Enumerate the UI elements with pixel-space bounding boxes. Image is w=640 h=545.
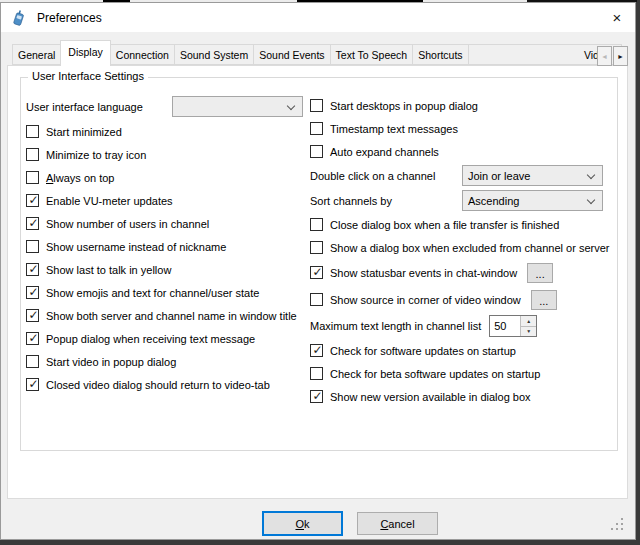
close-button[interactable]: × bbox=[602, 5, 632, 30]
label-rest: Check for beta software updates on start… bbox=[330, 368, 540, 380]
checkbox-row[interactable]: Enable VU-meter updates bbox=[26, 189, 308, 212]
right-checkbox-button-list: Show statusbar events in chat-window ...… bbox=[310, 259, 632, 313]
tab-label: Sound Events bbox=[259, 49, 324, 61]
checkbox-row[interactable]: Show new version available in dialog box bbox=[310, 385, 632, 408]
checkbox-row[interactable]: Start video in popup dialog bbox=[26, 350, 308, 373]
checkbox-row[interactable]: Show last to talk in yellow bbox=[26, 258, 308, 281]
checkbox[interactable] bbox=[26, 355, 39, 368]
tab-label: Shortcuts bbox=[418, 49, 462, 61]
tab[interactable]: Shortcuts bbox=[412, 44, 468, 65]
cancel-button[interactable]: Cancel bbox=[357, 512, 438, 535]
checkbox-row-with-button[interactable]: Show statusbar events in chat-window ... bbox=[310, 259, 632, 286]
checkbox[interactable] bbox=[310, 390, 323, 403]
close-icon: × bbox=[613, 9, 622, 26]
language-combobox[interactable] bbox=[172, 96, 303, 117]
arrow-right-icon: ► bbox=[617, 53, 624, 60]
checkbox[interactable] bbox=[26, 378, 39, 391]
checkbox[interactable] bbox=[26, 148, 39, 161]
checkbox-row[interactable]: Start minimized bbox=[26, 120, 308, 143]
checkbox[interactable] bbox=[310, 241, 323, 254]
checkbox[interactable] bbox=[26, 217, 39, 230]
checkbox-row[interactable]: Show number of users in channel bbox=[26, 212, 308, 235]
checkbox-row[interactable]: Always on top bbox=[26, 166, 308, 189]
checkbox-row[interactable]: Show username instead of nickname bbox=[26, 235, 308, 258]
ellipsis-button[interactable]: ... bbox=[527, 263, 553, 283]
cancel-button-label: Cancel bbox=[380, 518, 414, 530]
double-click-combobox[interactable]: Join or leave bbox=[462, 165, 603, 186]
checkbox[interactable] bbox=[310, 367, 323, 380]
checkbox[interactable] bbox=[310, 122, 323, 135]
tab-list: General Display Connection Sound System … bbox=[13, 40, 629, 65]
ok-label-mnemonic: O bbox=[295, 518, 304, 530]
max-text-length-value[interactable]: 50 bbox=[490, 316, 520, 336]
sort-channels-combobox[interactable]: Ascending bbox=[462, 190, 603, 211]
label-rest: Show username instead of nickname bbox=[46, 241, 226, 253]
spin-down-button[interactable]: ▼ bbox=[521, 327, 536, 337]
checkbox-row[interactable]: Show emojis and text for channel/user st… bbox=[26, 281, 308, 304]
checkbox[interactable] bbox=[26, 125, 39, 138]
checkbox[interactable] bbox=[310, 344, 323, 357]
label-rest: Show last to talk in yellow bbox=[46, 264, 171, 276]
tab[interactable]: Display bbox=[60, 40, 110, 66]
label-rest: Start video in popup dialog bbox=[46, 356, 176, 368]
checkbox[interactable] bbox=[310, 266, 323, 279]
tab[interactable]: Sound System bbox=[174, 44, 254, 65]
checkbox-label: Timestamp text messages bbox=[330, 123, 458, 135]
checkbox[interactable] bbox=[310, 293, 323, 306]
arrow-down-icon: ▼ bbox=[526, 328, 531, 334]
checkbox[interactable] bbox=[26, 263, 39, 276]
label-rest: Close dialog box when a file transfer is… bbox=[330, 219, 559, 231]
window-title: Preferences bbox=[37, 11, 102, 25]
tab[interactable]: Text To Speech bbox=[330, 44, 414, 65]
checkbox-row[interactable]: Check for beta software updates on start… bbox=[310, 362, 632, 385]
chevron-down-icon bbox=[587, 196, 595, 204]
checkbox-row-with-button[interactable]: Show source in corner of video window ..… bbox=[310, 286, 632, 313]
checkbox-label: Show emojis and text for channel/user st… bbox=[46, 287, 259, 299]
tab[interactable]: Connection bbox=[110, 44, 175, 65]
checkbox[interactable] bbox=[26, 286, 39, 299]
checkbox[interactable] bbox=[26, 171, 39, 184]
checkbox-row[interactable]: Start desktops in popup dialog bbox=[310, 94, 632, 117]
checkbox[interactable] bbox=[26, 309, 39, 322]
checkbox-label: Start desktops in popup dialog bbox=[330, 100, 478, 112]
max-text-length-label: Maximum text length in channel list bbox=[310, 320, 481, 332]
checkbox-label: Closed video dialog should return to vid… bbox=[46, 379, 270, 391]
checkbox-row[interactable]: Show a dialog box when excluded from cha… bbox=[310, 236, 632, 259]
label-rest: Timestamp text messages bbox=[330, 123, 458, 135]
checkbox[interactable] bbox=[310, 218, 323, 231]
preferences-dialog: Preferences × General Display Connection… bbox=[0, 2, 636, 540]
checkbox-row[interactable]: Popup dialog when receiving text message bbox=[26, 327, 308, 350]
cancel-label-rest: ancel bbox=[388, 518, 414, 530]
checkbox-label: Show username instead of nickname bbox=[46, 241, 226, 253]
checkbox-row[interactable]: Timestamp text messages bbox=[310, 117, 632, 140]
tab[interactable]: General bbox=[12, 44, 61, 65]
checkbox[interactable] bbox=[310, 145, 323, 158]
ellipsis-button[interactable]: ... bbox=[531, 290, 557, 310]
checkbox-label: Minimize to tray icon bbox=[46, 149, 146, 161]
left-settings-column: User interface language Start minimized bbox=[26, 94, 308, 396]
title-bar: Preferences × bbox=[1, 3, 635, 32]
resize-grip[interactable] bbox=[610, 517, 626, 533]
checkbox[interactable] bbox=[26, 332, 39, 345]
tab[interactable]: Sound Events bbox=[253, 44, 330, 65]
checkbox[interactable] bbox=[310, 99, 323, 112]
right-checkbox-list-mid: Close dialog box when a file transfer is… bbox=[310, 213, 632, 259]
checkbox-row[interactable]: Show both server and channel name in win… bbox=[26, 304, 308, 327]
tab-scroll-left-button[interactable]: ◄ bbox=[597, 46, 612, 66]
checkbox-row[interactable]: Closed video dialog should return to vid… bbox=[26, 373, 308, 396]
label-rest: Show source in corner of video window bbox=[330, 294, 521, 306]
tab-strip: General Display Connection Sound System … bbox=[13, 40, 629, 68]
ok-button[interactable]: Ok bbox=[262, 511, 343, 536]
spin-up-button[interactable]: ▲ bbox=[521, 316, 536, 327]
tab-scroll-right-button[interactable]: ► bbox=[613, 46, 628, 66]
checkbox[interactable] bbox=[26, 240, 39, 253]
max-text-length-spinbox[interactable]: 50 ▲ ▼ bbox=[489, 315, 537, 337]
checkbox-row[interactable]: Minimize to tray icon bbox=[26, 143, 308, 166]
checkbox-row[interactable]: Check for software updates on startup bbox=[310, 339, 632, 362]
checkbox-row[interactable]: Auto expand channels bbox=[310, 140, 632, 163]
double-click-label: Double click on a channel bbox=[310, 170, 435, 182]
checkbox-row[interactable]: Close dialog box when a file transfer is… bbox=[310, 213, 632, 236]
spinner-buttons: ▲ ▼ bbox=[520, 316, 536, 336]
ok-button-label: Ok bbox=[295, 518, 309, 530]
checkbox[interactable] bbox=[26, 194, 39, 207]
